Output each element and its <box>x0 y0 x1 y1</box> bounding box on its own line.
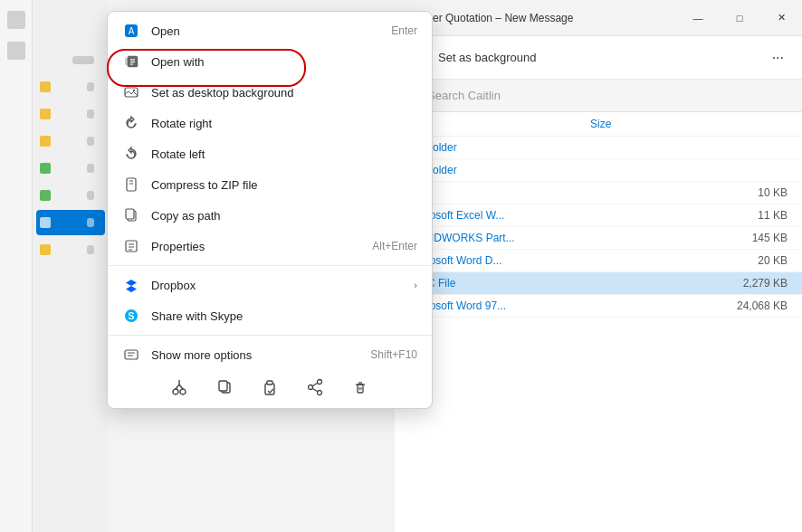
open-with-icon <box>122 52 140 71</box>
sidebar-icon-1 <box>7 11 25 29</box>
file-row-size: 11 KB <box>758 209 788 222</box>
menu-item-rotate-left[interactable]: Rotate left <box>108 138 432 169</box>
dropbox-icon <box>122 276 140 294</box>
sidebar-panel <box>33 0 109 532</box>
show-more-icon <box>122 346 140 364</box>
menu-shortcut-properties: Alt+Enter <box>372 240 417 252</box>
sidebar-icon-2 <box>7 42 25 60</box>
sidebar-item-3 <box>36 101 105 127</box>
toolbar: Set as background ··· <box>395 36 802 80</box>
menu-item-label-properties: Properties <box>151 240 361 253</box>
file-row-type: Microsoft Excel W... <box>409 209 590 222</box>
svg-rect-11 <box>127 178 136 191</box>
file-row[interactable]: Microsoft Word D... 20 KB <box>395 250 802 272</box>
sidebar-item-1 <box>36 47 105 72</box>
menu-separator <box>108 335 432 336</box>
menu-icon-bar <box>108 370 432 404</box>
file-row-size: 24,068 KB <box>737 299 788 312</box>
menu-item-rotate-right[interactable]: Rotate right <box>108 108 432 138</box>
svg-point-37 <box>309 385 313 390</box>
menu-item-label-compress-zip: Compress to ZIP file <box>151 178 417 192</box>
column-type-header: Type <box>409 118 590 130</box>
menu-item-open-with[interactable]: Open with <box>108 46 432 77</box>
file-row-type: File <box>409 186 590 199</box>
svg-point-35 <box>318 380 322 385</box>
menu-item-dropbox[interactable]: Dropbox› <box>108 270 432 300</box>
sidebar-item-2 <box>36 74 105 100</box>
maximize-button[interactable]: □ <box>719 0 760 36</box>
share-skype-icon: S <box>122 307 140 325</box>
cut-icon[interactable] <box>169 377 189 397</box>
svg-marker-20 <box>126 280 137 292</box>
sidebar-item-4 <box>36 128 105 154</box>
minimize-button[interactable]: — <box>677 0 719 36</box>
sidebar-item-6 <box>36 183 105 208</box>
file-row-size: 2,279 KB <box>743 277 788 290</box>
menu-separator <box>108 265 432 266</box>
file-row[interactable]: Microsoft Excel W... 11 KB <box>395 204 802 227</box>
file-row[interactable]: HEIC File 2,279 KB <box>395 272 802 295</box>
sidebar-item-5 <box>36 156 105 181</box>
delete-icon[interactable] <box>350 377 370 397</box>
menu-shortcut-show-more: Shift+F10 <box>370 348 417 361</box>
menu-item-label-open-with: Open with <box>151 55 417 69</box>
menu-item-label-rotate-left: Rotate left <box>151 147 417 161</box>
window-controls: — □ ✕ <box>677 0 802 36</box>
menu-item-label-dropbox: Dropbox <box>151 279 403 292</box>
search-bar: 🔍 Search Caitlin <box>395 80 802 112</box>
file-row[interactable]: File 10 KB <box>395 182 802 204</box>
menu-item-copy-path[interactable]: Copy as path <box>108 200 432 231</box>
file-row-size: 145 KB <box>752 232 788 244</box>
menu-item-open[interactable]: AOpenEnter <box>108 15 432 46</box>
file-row[interactable]: Microsoft Word 97... 24,068 KB <box>395 295 802 318</box>
window-title: Crimper Quotation – New Message <box>404 12 677 24</box>
file-list-header: Type Size <box>395 112 802 137</box>
properties-icon <box>122 237 140 255</box>
menu-item-label-show-more: Show more options <box>151 348 359 362</box>
svg-rect-32 <box>219 381 227 391</box>
svg-line-28 <box>176 385 179 389</box>
share-icon[interactable] <box>305 377 325 397</box>
file-row-type: File folder <box>409 164 590 176</box>
search-placeholder: Search Caitlin <box>427 89 501 102</box>
file-row[interactable]: File folder <box>395 137 802 159</box>
svg-rect-23 <box>125 350 138 359</box>
menu-item-label-open: Open <box>151 24 380 38</box>
menu-item-label-rotate-right: Rotate right <box>151 117 417 130</box>
svg-text:S: S <box>128 310 134 321</box>
sidebar-item-7-active <box>36 210 105 235</box>
menu-item-label-copy-path: Copy as path <box>151 209 417 223</box>
open-icon: A <box>122 22 140 40</box>
svg-line-39 <box>312 388 318 392</box>
file-row-size: 20 KB <box>758 254 788 267</box>
copy-path-icon <box>122 206 140 224</box>
sidebar-item-8 <box>36 237 105 262</box>
menu-item-set-desktop-bg[interactable]: Set as desktop background <box>108 77 432 108</box>
menu-item-compress-zip[interactable]: Compress to ZIP file <box>108 169 432 200</box>
svg-point-36 <box>318 391 322 395</box>
paste-shortcut-icon[interactable] <box>260 377 280 397</box>
menu-item-show-more[interactable]: Show more optionsShift+F10 <box>108 339 432 370</box>
context-menu: AOpenEnterOpen withSet as desktop backgr… <box>107 11 433 409</box>
copy-icon[interactable] <box>215 377 234 397</box>
menu-item-share-skype[interactable]: SShare with Skype <box>108 300 432 331</box>
menu-item-label-share-skype: Share with Skype <box>151 309 417 323</box>
file-row-type: HEIC File <box>409 277 590 290</box>
file-row-type: SOLIDWORKS Part... <box>409 232 590 244</box>
svg-point-10 <box>133 90 135 91</box>
toolbar-more-button[interactable]: ··· <box>765 46 791 70</box>
file-row[interactable]: SOLIDWORKS Part... 145 KB <box>395 227 802 250</box>
file-row-size: 10 KB <box>758 186 788 199</box>
menu-item-properties[interactable]: PropertiesAlt+Enter <box>108 231 432 261</box>
svg-line-38 <box>312 383 318 386</box>
svg-rect-40 <box>358 385 363 393</box>
column-size-header: Size <box>590 118 611 130</box>
file-row[interactable]: File folder <box>395 159 802 182</box>
menu-shortcut-open: Enter <box>391 24 417 37</box>
svg-rect-34 <box>267 381 272 385</box>
toolbar-label: Set as background <box>438 51 536 64</box>
close-button[interactable]: ✕ <box>760 0 802 36</box>
svg-text:A: A <box>129 26 135 36</box>
compress-zip-icon <box>122 176 140 194</box>
file-rows-container: File folder File folder File 10 KB Micro… <box>395 137 802 318</box>
